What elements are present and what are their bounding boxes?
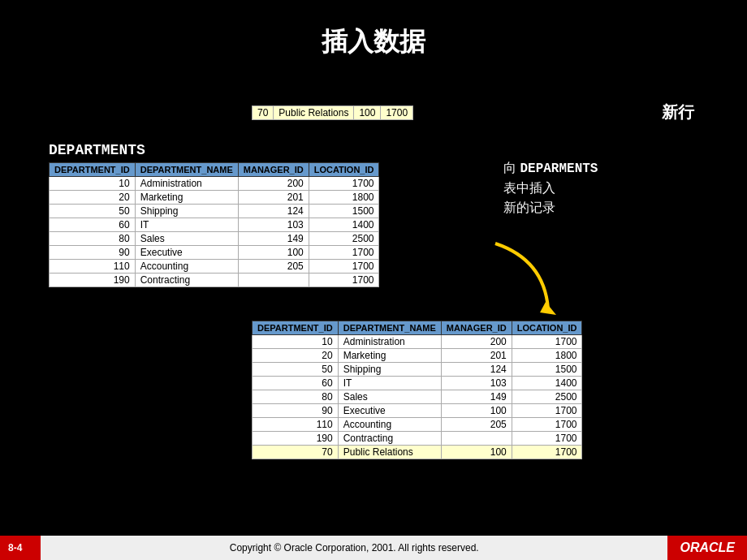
top-new-row: 70 Public Relations 100 1700 xyxy=(252,106,413,120)
dept-id-cell: 90 xyxy=(253,404,339,418)
dept-name-cell: Administration xyxy=(338,335,441,349)
dept-name-cell: Sales xyxy=(338,390,441,404)
dept-id-cell: 60 xyxy=(253,377,339,390)
loc-id-cell: 1400 xyxy=(512,377,582,390)
dept-id-cell: 80 xyxy=(253,390,339,404)
loc-id-cell: 2500 xyxy=(309,232,379,246)
loc-id-cell: 1700 xyxy=(512,404,582,418)
dept-name-cell: Executive xyxy=(135,246,238,260)
new-row-dept-name: Public Relations xyxy=(274,106,354,120)
loc-id-cell: 1700 xyxy=(512,335,582,349)
mgr-id-cell: 205 xyxy=(441,418,512,432)
col-header-dept-name: DEPARTMENT_NAME xyxy=(135,163,238,177)
dept-id-cell: 70 xyxy=(253,446,339,459)
dept-id-cell: 10 xyxy=(253,335,339,349)
bottom-table-container: DEPARTMENT_ID DEPARTMENT_NAME MANAGER_ID… xyxy=(252,321,582,459)
mgr-id-cell: 124 xyxy=(441,363,512,377)
top-table-container: DEPARTMENTS DEPARTMENT_ID DEPARTMENT_NAM… xyxy=(49,142,379,287)
new-row-label: 新行 xyxy=(662,101,694,123)
dept-name-cell: Shipping xyxy=(135,205,238,218)
page-number: 8-4 xyxy=(0,536,41,560)
dept-id-cell: 20 xyxy=(50,191,136,205)
dept-name-cell: IT xyxy=(135,218,238,232)
dept-id-cell: 20 xyxy=(253,349,339,363)
table-row: 20 Marketing 201 1800 xyxy=(50,191,379,205)
table-row: 190 Contracting 1700 xyxy=(50,274,379,287)
top-departments-table: DEPARTMENT_ID DEPARTMENT_NAME MANAGER_ID… xyxy=(49,162,379,287)
table-row: 60 IT 103 1400 xyxy=(50,218,379,232)
table-row: 10 Administration 200 1700 xyxy=(253,335,582,349)
loc-id-cell: 1700 xyxy=(309,177,379,191)
dept-name-cell: Public Relations xyxy=(338,446,441,459)
dept-id-cell: 60 xyxy=(50,218,136,232)
loc-id-cell: 1700 xyxy=(309,274,379,287)
mgr-id-cell: 149 xyxy=(238,232,309,246)
table-row: 90 Executive 100 1700 xyxy=(50,246,379,260)
dept-id-cell: 50 xyxy=(50,205,136,218)
col-header-dept-id-2: DEPARTMENT_ID xyxy=(253,321,339,335)
col-header-mgr-id: MANAGER_ID xyxy=(238,163,309,177)
page-title: 插入数据 xyxy=(0,0,747,76)
dept-name-cell: Shipping xyxy=(338,363,441,377)
mgr-id-cell: 200 xyxy=(238,177,309,191)
dept-name-cell: Contracting xyxy=(135,274,238,287)
new-row-dept-id: 70 xyxy=(253,106,274,120)
dept-id-cell: 110 xyxy=(50,260,136,274)
dept-name-cell: Accounting xyxy=(135,260,238,274)
table-row: 50 Shipping 124 1500 xyxy=(50,205,379,218)
arrow-icon xyxy=(479,227,576,325)
loc-id-cell: 2500 xyxy=(512,390,582,404)
dept-id-cell: 50 xyxy=(253,363,339,377)
dept-name-cell: Contracting xyxy=(338,432,441,446)
loc-id-cell: 1700 xyxy=(512,446,582,459)
new-row-loc-id: 1700 xyxy=(381,106,413,120)
dept-name-cell: Marketing xyxy=(135,191,238,205)
mgr-id-cell: 200 xyxy=(441,335,512,349)
mgr-id-cell: 103 xyxy=(441,377,512,390)
table-row: 110 Accounting 205 1700 xyxy=(253,418,582,432)
top-table-label: DEPARTMENTS xyxy=(49,142,379,158)
mgr-id-cell: 100 xyxy=(238,246,309,260)
col-header-dept-id: DEPARTMENT_ID xyxy=(50,163,136,177)
oracle-logo: ORACLE xyxy=(667,536,747,560)
dept-name-cell: Administration xyxy=(135,177,238,191)
loc-id-cell: 1700 xyxy=(512,418,582,432)
mgr-id-cell: 100 xyxy=(441,404,512,418)
table-row: 10 Administration 200 1700 xyxy=(50,177,379,191)
annotation: 向 DEPARMENTS 表中插入 新的记录 xyxy=(503,158,598,218)
dept-id-cell: 10 xyxy=(50,177,136,191)
col-header-loc-id: LOCATION_ID xyxy=(309,163,379,177)
mgr-id-cell xyxy=(441,432,512,446)
dept-id-cell: 110 xyxy=(253,418,339,432)
table-row: 110 Accounting 205 1700 xyxy=(50,260,379,274)
bottom-departments-table: DEPARTMENT_ID DEPARTMENT_NAME MANAGER_ID… xyxy=(252,321,582,459)
dept-id-cell: 190 xyxy=(253,432,339,446)
dept-name-cell: Executive xyxy=(338,404,441,418)
loc-id-cell: 1500 xyxy=(512,363,582,377)
dept-name-cell: IT xyxy=(338,377,441,390)
table-row: 190 Contracting 1700 xyxy=(253,432,582,446)
loc-id-cell: 1700 xyxy=(512,432,582,446)
mgr-id-cell: 205 xyxy=(238,260,309,274)
mgr-id-cell xyxy=(238,274,309,287)
dept-id-cell: 80 xyxy=(50,232,136,246)
table-row: 60 IT 103 1400 xyxy=(253,377,582,390)
table-row: 80 Sales 149 2500 xyxy=(50,232,379,246)
loc-id-cell: 1400 xyxy=(309,218,379,232)
dept-id-cell: 90 xyxy=(50,246,136,260)
dept-name-cell: Marketing xyxy=(338,349,441,363)
loc-id-cell: 1700 xyxy=(309,246,379,260)
new-row: 70 Public Relations 100 1700 xyxy=(253,446,582,459)
loc-id-cell: 1800 xyxy=(512,349,582,363)
col-header-dept-name-2: DEPARTMENT_NAME xyxy=(338,321,441,335)
table-row: 80 Sales 149 2500 xyxy=(253,390,582,404)
table-row: 90 Executive 100 1700 xyxy=(253,404,582,418)
loc-id-cell: 1500 xyxy=(309,205,379,218)
col-header-loc-id-2: LOCATION_ID xyxy=(512,321,582,335)
dept-name-cell: Accounting xyxy=(338,418,441,432)
table-row: 20 Marketing 201 1800 xyxy=(253,349,582,363)
new-row-mgr-id: 100 xyxy=(354,106,381,120)
mgr-id-cell: 100 xyxy=(441,446,512,459)
loc-id-cell: 1700 xyxy=(309,260,379,274)
dept-id-cell: 190 xyxy=(50,274,136,287)
